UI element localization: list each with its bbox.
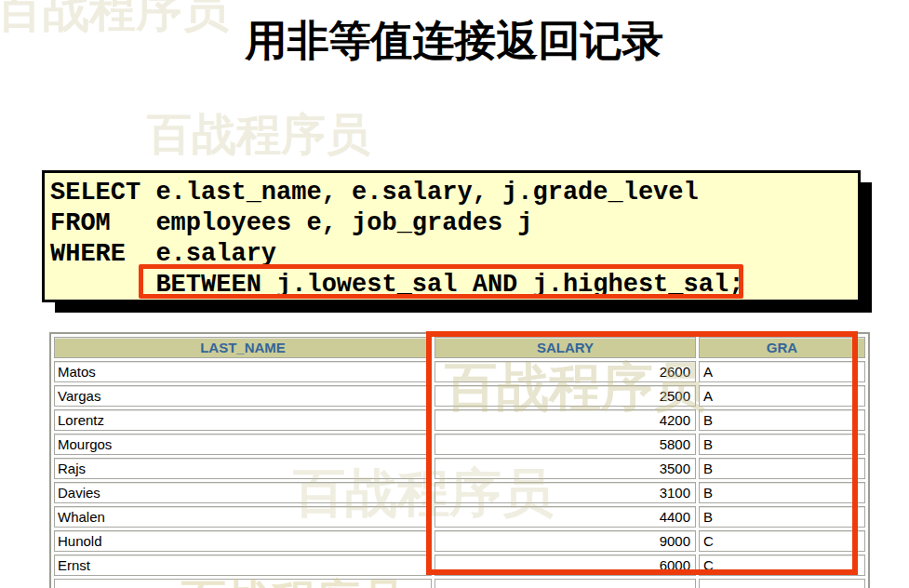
grade-cell: B [699, 506, 865, 528]
table-row: Ernst 6000 C [54, 555, 865, 576]
slide: 百战程序员 百战程序员 百战程序员 百战程序员 百战程序员 用非等值连接返回记录… [0, 0, 909, 588]
table-row: Whalen 4400 B [54, 506, 865, 528]
sql-line-between: BETWEEN j.lowest_sal AND j.highest_sal; [50, 270, 858, 301]
last-name-cell: Ernst [54, 555, 432, 576]
grade-cell: B [699, 409, 865, 431]
column-header-grade: GRA [699, 337, 865, 358]
last-name-cell: Hunold [54, 530, 432, 552]
sql-line-where: WHERE e.salary [50, 239, 858, 270]
table-row: Rajs 3500 B [54, 458, 865, 479]
grade-cell: B [699, 458, 865, 479]
sql-indent [50, 271, 155, 299]
sql-line-from: FROM employees e, job_grades j [50, 208, 858, 239]
grade-cell: B [699, 434, 865, 455]
salary-cell: 2600 [434, 361, 696, 382]
grade-cell: C [699, 555, 865, 576]
sql-code-block: SELECT e.last_name, e.salary, j.grade_le… [42, 170, 861, 302]
column-header-salary: SALARY [434, 337, 696, 358]
table-row: Vargas 2500 A [54, 385, 865, 407]
between-clause: BETWEEN j.lowest_sal AND j.highest_sal [155, 271, 729, 299]
table-row-clipped [54, 579, 865, 588]
salary-cell: 4200 [434, 409, 696, 431]
grade-cell: C [699, 530, 865, 552]
table-row: Lorentz 4200 B [54, 409, 865, 431]
grade-cell: B [699, 482, 865, 503]
salary-cell [434, 579, 696, 588]
last-name-cell: Vargas [54, 385, 432, 407]
last-name-cell: Lorentz [54, 409, 432, 431]
salary-cell: 3500 [434, 458, 696, 479]
salary-cell: 3100 [434, 482, 696, 503]
column-header-last-name: LAST_NAME [54, 337, 432, 358]
table-row: Davies 3100 B [54, 482, 865, 503]
salary-cell: 9000 [434, 530, 696, 552]
table-row: Hunold 9000 C [54, 530, 865, 552]
last-name-cell: Davies [54, 482, 432, 503]
last-name-cell: Mourgos [54, 434, 432, 455]
grade-cell: A [699, 361, 865, 382]
table-header-row: LAST_NAME SALARY GRA [54, 337, 865, 358]
last-name-cell [54, 579, 432, 588]
watermark-above-code: 百战程序员 [147, 112, 370, 156]
page-title: 用非等值连接返回记录 [0, 13, 909, 69]
salary-cell: 2500 [434, 385, 696, 407]
sql-line-select: SELECT e.last_name, e.salary, j.grade_le… [50, 178, 858, 208]
grade-cell [699, 579, 865, 588]
table-row: Mourgos 5800 B [54, 434, 865, 455]
salary-cell: 6000 [434, 555, 696, 576]
table-row: Matos 2600 A [54, 361, 865, 382]
salary-cell: 4400 [434, 506, 696, 528]
last-name-cell: Matos [54, 361, 432, 382]
sql-semicolon: ; [729, 271, 743, 299]
last-name-cell: Rajs [54, 458, 432, 479]
last-name-cell: Whalen [54, 506, 432, 528]
salary-cell: 5800 [434, 434, 696, 455]
grade-cell: A [699, 385, 865, 407]
results-table: LAST_NAME SALARY GRA Matos 2600 A Vargas… [49, 332, 870, 588]
